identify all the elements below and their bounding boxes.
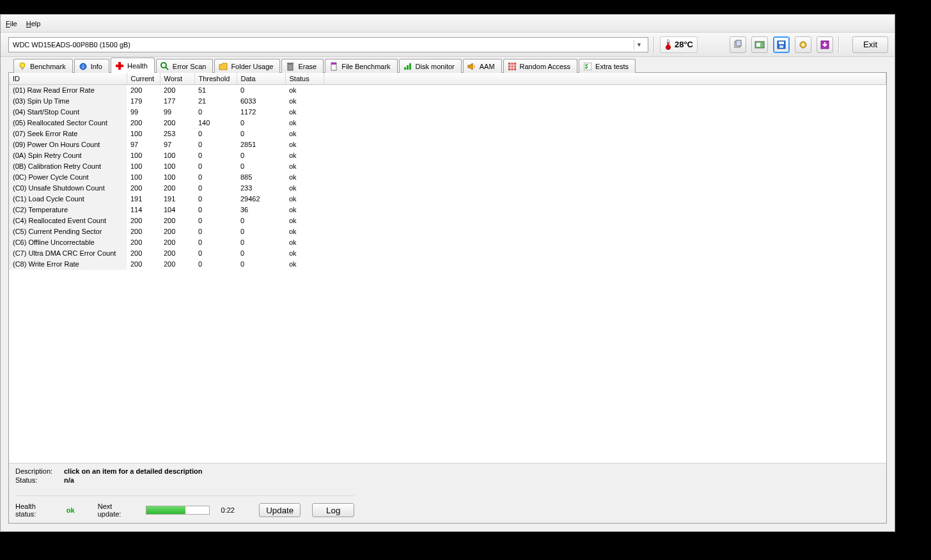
table-row[interactable]: (07) Seek Error Rate10025300ok [9, 128, 886, 139]
cell-current: 191 [127, 194, 160, 205]
svg-rect-24 [331, 63, 336, 65]
cell-threshold: 0 [194, 139, 237, 150]
status-value: n/a [64, 476, 74, 484]
table-row[interactable]: (0C) Power Cycle Count1001000885ok [9, 172, 886, 183]
table-row[interactable]: (C5) Current Pending Sector20020000ok [9, 226, 886, 237]
table-row[interactable]: (C0) Unsafe Shutdown Count2002000233ok [9, 183, 886, 194]
cell-worst: 100 [160, 172, 194, 183]
tab-aam[interactable]: AAM [463, 59, 502, 73]
cell-id: (0C) Power Cycle Count [9, 172, 127, 183]
cell-status: ok [285, 183, 324, 194]
cell-data: 0 [237, 118, 285, 128]
tab-health[interactable]: Health [111, 58, 155, 73]
toolbar-separator [653, 36, 655, 53]
table-row[interactable]: (0A) Spin Retry Count10010000ok [9, 150, 886, 161]
cell-filler [324, 237, 886, 248]
tab-label: Error Scan [173, 63, 207, 70]
table-row[interactable]: (05) Reallocated Sector Count2002001400o… [9, 118, 886, 128]
col-current[interactable]: Current [127, 73, 160, 85]
cell-worst: 100 [160, 161, 194, 172]
temperature-value: 28°C [675, 40, 693, 49]
cell-data: 0 [237, 248, 285, 259]
download-button[interactable] [817, 36, 833, 53]
cell-id: (C4) Reallocated Event Count [9, 215, 127, 226]
cell-current: 100 [127, 172, 160, 183]
svg-point-11 [802, 43, 804, 46]
col-data[interactable]: Data [237, 73, 285, 85]
health-icon [115, 61, 124, 70]
cell-filler [324, 96, 886, 107]
screenshot-button[interactable] [751, 36, 768, 53]
tab-info[interactable]: i Info [74, 59, 109, 73]
table-row[interactable]: (03) Spin Up Time179177216033ok [9, 96, 886, 107]
description-value: click on an item for a detailed descript… [64, 467, 202, 475]
status-label: Status: [15, 476, 55, 484]
next-update-time: 0:22 [221, 506, 235, 514]
health-status-label: Health status: [15, 502, 55, 518]
cell-worst: 191 [160, 194, 194, 205]
cell-current: 100 [127, 150, 160, 161]
table-row[interactable]: (C1) Load Cycle Count191191029462ok [9, 194, 886, 205]
cell-status: ok [285, 139, 324, 150]
cell-filler [324, 107, 886, 118]
cell-threshold: 0 [194, 259, 237, 270]
cell-current: 114 [127, 205, 160, 215]
cell-current: 200 [127, 248, 160, 259]
menu-help[interactable]: Help [26, 20, 41, 27]
table-row[interactable]: (0B) Calibration Retry Count10010000ok [9, 161, 886, 172]
exit-button[interactable]: Exit [852, 36, 888, 53]
table-row[interactable]: (04) Start/Stop Count999901172ok [9, 107, 886, 118]
cell-filler [324, 150, 886, 161]
copy-button[interactable] [730, 36, 746, 53]
search-icon [160, 62, 169, 71]
col-id[interactable]: ID [9, 73, 127, 85]
temperature-indicator: 28°C [660, 36, 698, 53]
tab-file-benchmark[interactable]: File Benchmark [325, 59, 397, 73]
svg-rect-18 [116, 65, 123, 67]
cell-worst: 200 [160, 215, 194, 226]
cell-id: (C5) Current Pending Sector [9, 226, 127, 237]
table-row[interactable]: (C7) Ultra DMA CRC Error Count20020000ok [9, 248, 886, 259]
cell-data: 36 [237, 205, 285, 215]
log-button[interactable]: Log [312, 503, 354, 517]
tab-label: Info [91, 63, 102, 70]
table-row[interactable]: (C2) Temperature114104036ok [9, 205, 886, 215]
table-row[interactable]: (C4) Reallocated Event Count20020000ok [9, 215, 886, 226]
cell-id: (C2) Temperature [9, 205, 127, 215]
cell-worst: 99 [160, 107, 194, 118]
options-button[interactable] [795, 36, 811, 53]
update-button[interactable]: Update [259, 503, 301, 517]
tab-label: Disk monitor [416, 63, 455, 70]
tab-random-access[interactable]: Random Access [503, 59, 577, 73]
cell-threshold: 0 [194, 172, 237, 183]
tab-extra-tests[interactable]: Extra tests [579, 59, 636, 73]
smart-table-wrap[interactable]: ID Current Worst Threshold Data Status (… [9, 73, 886, 463]
cell-current: 200 [127, 215, 160, 226]
menu-file[interactable]: File [6, 20, 17, 27]
table-row[interactable]: (C8) Write Error Rate20020000ok [9, 259, 886, 270]
tab-erase[interactable]: Erase [281, 59, 324, 73]
table-row[interactable]: (01) Raw Read Error Rate200200510ok [9, 85, 886, 97]
svg-rect-21 [288, 64, 293, 70]
cell-data: 0 [237, 237, 285, 248]
table-row[interactable]: (C6) Offline Uncorrectable20020000ok [9, 237, 886, 248]
cell-threshold: 0 [194, 161, 237, 172]
save-button[interactable] [773, 36, 790, 53]
tab-folder-usage[interactable]: Folder Usage [214, 59, 280, 73]
col-threshold[interactable]: Threshold [194, 73, 237, 85]
cell-id: (C6) Offline Uncorrectable [9, 237, 127, 248]
drive-select[interactable]: WDC WD15EADS-00P8B0 (1500 gB) ▼ [8, 37, 648, 52]
cell-id: (09) Power On Hours Count [9, 139, 127, 150]
cell-id: (01) Raw Read Error Rate [9, 85, 127, 97]
tab-label: Folder Usage [231, 63, 273, 70]
col-worst[interactable]: Worst [160, 73, 194, 85]
tab-benchmark[interactable]: Benchmark [13, 59, 73, 73]
bulb-icon [18, 62, 27, 71]
tab-error-scan[interactable]: Error Scan [156, 59, 214, 73]
table-row[interactable]: (09) Power On Hours Count979702851ok [9, 139, 886, 150]
floppy-icon [776, 40, 786, 50]
col-status[interactable]: Status [285, 73, 324, 85]
tab-disk-monitor[interactable]: Disk monitor [399, 59, 462, 73]
cell-current: 100 [127, 161, 160, 172]
tab-label: Extra tests [595, 63, 629, 70]
